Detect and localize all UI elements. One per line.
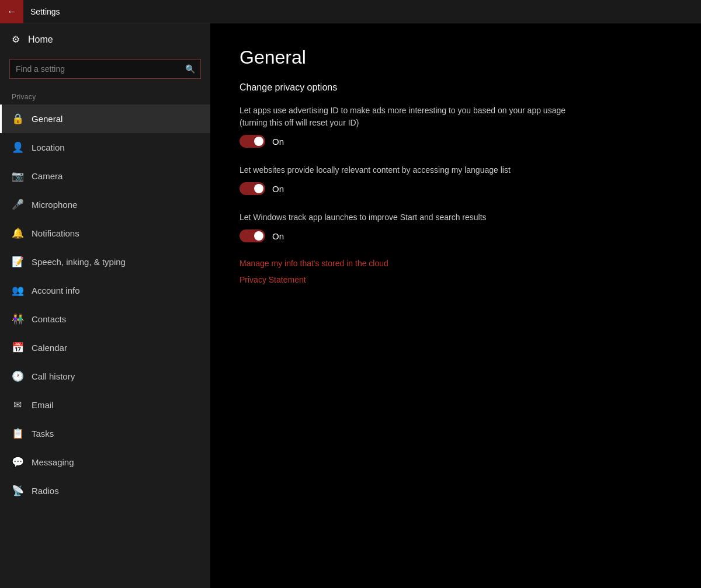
- contacts-icon: 👫: [12, 313, 23, 325]
- sidebar-item-microphone[interactable]: 🎤 Microphone: [0, 190, 210, 219]
- toggle-row-language-list: On: [240, 182, 672, 195]
- titlebar: ← Settings: [0, 0, 701, 23]
- sidebar-item-home[interactable]: ⚙ Home: [0, 23, 210, 55]
- sidebar-item-label-call-history: Call history: [32, 371, 75, 381]
- speech-icon: 📝: [12, 256, 23, 268]
- link-manage-cloud[interactable]: Manage my info that's stored in the clou…: [240, 259, 672, 268]
- general-icon: 🔒: [12, 113, 23, 125]
- search-input[interactable]: [9, 59, 201, 79]
- setting-description-language-list: Let websites provide locally relevant co…: [240, 164, 590, 176]
- home-label: Home: [28, 34, 53, 45]
- location-icon: 👤: [12, 141, 23, 154]
- privacy-section-label: Privacy: [0, 87, 210, 105]
- sidebar-item-label-microphone: Microphone: [32, 200, 77, 210]
- search-icon: 🔍: [185, 64, 195, 74]
- setting-description-app-launches: Let Windows track app launches to improv…: [240, 211, 590, 224]
- toggle-row-advertising-id: On: [240, 135, 672, 148]
- sidebar-item-radios[interactable]: 📡 Radios: [0, 476, 210, 505]
- setting-description-advertising-id: Let apps use advertising ID to make ads …: [240, 105, 590, 129]
- calendar-icon: 📅: [12, 342, 23, 354]
- sidebar-item-label-calendar: Calendar: [32, 343, 67, 353]
- camera-icon: 📷: [12, 170, 23, 182]
- page-title: General: [240, 47, 672, 68]
- sidebar-item-label-general: General: [32, 114, 63, 124]
- call-history-icon: 🕐: [12, 370, 23, 382]
- setting-block-advertising-id: Let apps use advertising ID to make ads …: [240, 105, 672, 148]
- sidebar-item-label-notifications: Notifications: [32, 228, 79, 238]
- nav-items: 🔒 General 👤 Location 📷 Camera 🎤 Micropho…: [0, 105, 210, 505]
- toggle-advertising-id[interactable]: [240, 135, 265, 148]
- sidebar-item-label-messaging: Messaging: [32, 457, 74, 467]
- sidebar-item-label-account-info: Account info: [32, 286, 80, 295]
- back-button[interactable]: ←: [0, 0, 23, 23]
- sidebar-item-label-camera: Camera: [32, 171, 63, 181]
- sidebar-item-messaging[interactable]: 💬 Messaging: [0, 448, 210, 476]
- radios-icon: 📡: [12, 485, 23, 497]
- sidebar-item-email[interactable]: ✉ Email: [0, 391, 210, 419]
- section-title: Change privacy options: [240, 82, 672, 93]
- link-privacy-statement[interactable]: Privacy Statement: [240, 275, 672, 284]
- settings-container: Let apps use advertising ID to make ads …: [240, 105, 672, 242]
- microphone-icon: 🎤: [12, 199, 23, 211]
- tasks-icon: 📋: [12, 427, 23, 440]
- sidebar-item-tasks[interactable]: 📋 Tasks: [0, 419, 210, 448]
- sidebar-item-account-info[interactable]: 👥 Account info: [0, 276, 210, 305]
- sidebar-item-notifications[interactable]: 🔔 Notifications: [0, 219, 210, 248]
- main-layout: ⚙ Home 🔍 Privacy 🔒 General 👤 Location 📷 …: [0, 23, 701, 588]
- sidebar-item-camera[interactable]: 📷 Camera: [0, 162, 210, 190]
- setting-block-app-launches: Let Windows track app launches to improv…: [240, 211, 672, 242]
- toggle-app-launches[interactable]: [240, 229, 265, 242]
- sidebar-item-speech[interactable]: 📝 Speech, inking, & typing: [0, 248, 210, 276]
- sidebar-item-label-speech: Speech, inking, & typing: [32, 257, 126, 267]
- links-container: Manage my info that's stored in the clou…: [240, 259, 672, 284]
- sidebar-item-label-location: Location: [32, 142, 65, 152]
- search-container: 🔍: [9, 59, 201, 79]
- sidebar-item-label-radios: Radios: [32, 486, 59, 496]
- sidebar-item-label-tasks: Tasks: [32, 429, 54, 439]
- toggle-language-list[interactable]: [240, 182, 265, 195]
- sidebar-item-label-email: Email: [32, 400, 54, 410]
- sidebar-item-label-contacts: Contacts: [32, 314, 66, 324]
- toggle-label-app-launches: On: [272, 231, 284, 241]
- titlebar-title: Settings: [30, 7, 60, 16]
- sidebar: ⚙ Home 🔍 Privacy 🔒 General 👤 Location 📷 …: [0, 23, 210, 588]
- sidebar-item-call-history[interactable]: 🕐 Call history: [0, 362, 210, 391]
- email-icon: ✉: [12, 399, 23, 411]
- sidebar-item-location[interactable]: 👤 Location: [0, 133, 210, 162]
- sidebar-item-general[interactable]: 🔒 General: [0, 105, 210, 133]
- toggle-label-language-list: On: [272, 184, 284, 194]
- back-icon: ←: [7, 6, 16, 17]
- account-info-icon: 👥: [12, 284, 23, 297]
- home-icon: ⚙: [12, 34, 20, 45]
- setting-block-language-list: Let websites provide locally relevant co…: [240, 164, 672, 195]
- sidebar-item-contacts[interactable]: 👫 Contacts: [0, 305, 210, 333]
- notifications-icon: 🔔: [12, 227, 23, 239]
- main-content: General Change privacy options Let apps …: [210, 23, 701, 588]
- sidebar-item-calendar[interactable]: 📅 Calendar: [0, 333, 210, 362]
- toggle-row-app-launches: On: [240, 229, 672, 242]
- messaging-icon: 💬: [12, 456, 23, 468]
- toggle-label-advertising-id: On: [272, 137, 284, 147]
